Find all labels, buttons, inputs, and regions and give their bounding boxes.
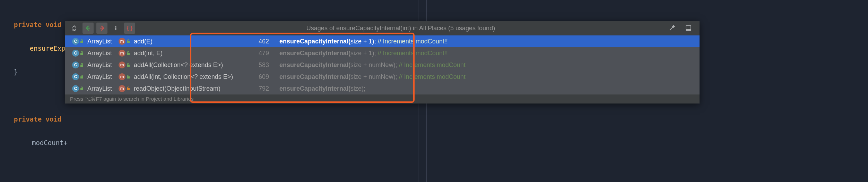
svg-text:{ }: { } [127,25,133,31]
class-name: ArrayList [87,50,119,57]
method-signature: addAll(int, Collection<? extends E>) [134,73,248,81]
method-signature: add(E) [134,38,248,45]
line-number: 479 [248,50,269,57]
class-icon: C [72,38,79,45]
svg-rect-6 [686,29,691,31]
svg-rect-13 [80,76,83,78]
code-preview: ensureCapacityInternal(size); [279,85,365,92]
method-icon: m [119,73,125,80]
settings-button[interactable] [666,23,677,34]
info-button[interactable] [110,23,121,34]
method-signature: addAll(Collection<? extends E>) [134,61,248,69]
svg-rect-14 [127,76,130,78]
class-name: ArrayList [87,38,119,45]
svg-rect-8 [127,41,130,43]
code-preview: ensureCapacityInternal(size + numNew); /… [279,61,466,69]
class-icon: C [72,85,79,92]
svg-rect-10 [127,53,130,55]
popup-toolbar: { } Usages of ensureCapacityInternal(int… [65,21,700,35]
method-icon: m [119,38,125,45]
method-icon: m [119,85,125,92]
svg-rect-2 [115,27,116,30]
code-preview: ensureCapacityInternal(size + 1); // Inc… [279,50,448,57]
svg-rect-16 [127,88,130,90]
class-name: ArrayList [87,85,119,92]
svg-rect-15 [80,88,83,90]
lock-icon [126,63,130,67]
svg-rect-11 [80,65,83,67]
method-icon: m [119,50,125,57]
svg-point-1 [115,26,116,27]
class-name: ArrayList [87,73,119,81]
lock-icon [126,51,130,55]
usage-list: CArrayListmadd(E)462ensureCapacityIntern… [65,35,700,94]
expand-all-button[interactable] [69,23,80,34]
lock-icon [80,75,84,79]
class-icon: C [72,61,79,68]
method-signature: add(int, E) [134,50,248,57]
lock-icon [80,51,84,55]
open-in-find-window-button[interactable] [683,23,694,34]
line-number: 792 [248,85,269,92]
svg-rect-12 [127,65,130,67]
usage-row[interactable]: CArrayListmaddAll(int, Collection<? exte… [65,71,700,83]
svg-rect-9 [80,53,83,55]
code-preview: ensureCapacityInternal(size + 1); // Inc… [279,38,448,45]
lock-icon [126,86,130,91]
line-number: 583 [248,61,269,69]
code-preview: ensureCapacityInternal(size + numNew); /… [279,73,466,81]
usages-popup: { } Usages of ensureCapacityInternal(int… [65,21,700,104]
class-name: ArrayList [87,61,119,69]
usage-row[interactable]: CArrayListmadd(E)462ensureCapacityIntern… [65,35,700,47]
line-number: 462 [248,38,269,45]
usage-row[interactable]: CArrayListmadd(int, E)479ensureCapacityI… [65,47,700,59]
line-number: 609 [248,73,269,81]
lock-icon [126,39,130,43]
class-icon: C [72,50,79,57]
filter-button[interactable]: { } [124,23,135,34]
next-occurrence-button[interactable] [96,23,107,34]
lock-icon [80,63,84,67]
lock-icon [126,75,130,79]
usage-row[interactable]: CArrayListmaddAll(Collection<? extends E… [65,59,700,71]
usage-row[interactable]: CArrayListmreadObject(ObjectInputStream)… [65,83,700,94]
lock-icon [80,86,84,91]
prev-occurrence-button[interactable] [83,23,94,34]
method-icon: m [119,61,125,68]
code-line: private void [14,113,854,125]
svg-rect-7 [80,41,83,43]
popup-title: Usages of ensureCapacityInternal(int) in… [137,25,665,32]
popup-footer: Press ⌥⌘F7 again to search in Project an… [65,94,700,104]
code-line [14,160,854,172]
method-signature: readObject(ObjectInputStream) [134,85,248,92]
lock-icon [80,39,84,43]
class-icon: C [72,73,79,80]
code-line: modCount+ [14,137,854,149]
